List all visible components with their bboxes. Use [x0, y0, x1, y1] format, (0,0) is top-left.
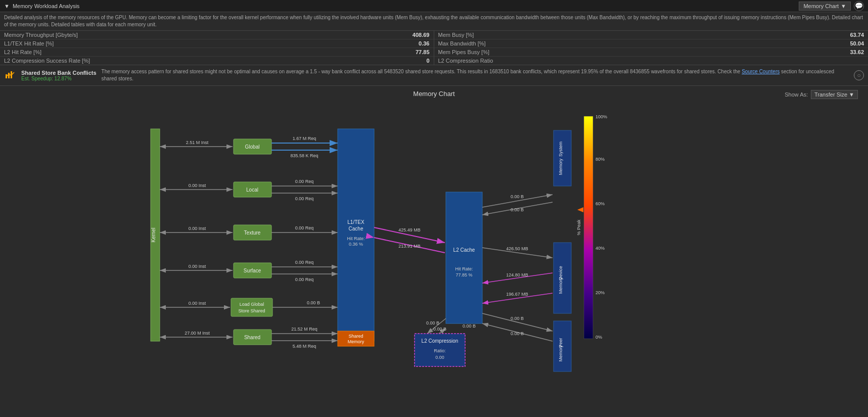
- svg-text:Memory: Memory: [348, 339, 364, 344]
- chart-title: Memory Chart: [0, 86, 868, 100]
- svg-text:0.00 B: 0.00 B: [426, 320, 439, 326]
- svg-text:0.00 B: 0.00 B: [307, 300, 320, 305]
- svg-text:0.00 Inst: 0.00 Inst: [189, 264, 206, 269]
- metric-label-throughput: Memory Throughput [Gbyte/s]: [4, 32, 78, 38]
- svg-text:0%: 0%: [596, 335, 602, 340]
- svg-text:1.67 M Req: 1.67 M Req: [293, 136, 316, 141]
- metric-row: Mem Busy [%] 63.74: [434, 31, 869, 39]
- svg-text:L2 Cache: L2 Cache: [453, 247, 475, 253]
- svg-text:80%: 80%: [596, 157, 605, 162]
- metric-label-maxbw: Max Bandwidth [%]: [438, 40, 486, 47]
- svg-text:0.00 Inst: 0.00 Inst: [189, 301, 206, 306]
- metric-value-mempipes: 33.62: [850, 49, 864, 55]
- svg-text:Local: Local: [246, 187, 258, 193]
- svg-text:426.50 MB: 426.50 MB: [506, 246, 528, 251]
- metric-row: Mem Pipes Busy [%] 33.62: [434, 48, 869, 57]
- svg-rect-101: [584, 116, 593, 339]
- alert-title: Shared Store Bank Conflicts: [21, 70, 97, 76]
- svg-text:0.00 Req: 0.00 Req: [295, 277, 314, 282]
- show-as-dropdown[interactable]: Transfer Size ▼: [811, 90, 858, 99]
- svg-text:20%: 20%: [596, 290, 605, 295]
- metric-label-l2compratio: L2 Compression Ratio: [438, 58, 493, 64]
- svg-text:835.58 K Req: 835.58 K Req: [290, 153, 318, 158]
- svg-text:0.00 Req: 0.00 Req: [295, 179, 314, 184]
- alert-title-block: Shared Store Bank Conflicts Est. Speedup…: [21, 70, 97, 81]
- svg-text:Surface: Surface: [244, 268, 261, 273]
- chat-icon[interactable]: 💬: [854, 1, 864, 11]
- svg-rect-1: [8, 73, 10, 78]
- svg-text:Store Shared: Store Shared: [238, 308, 265, 313]
- title-right: Memory Chart ▼ 💬: [799, 1, 864, 11]
- svg-text:0.00 Inst: 0.00 Inst: [189, 183, 206, 188]
- metric-value-l1hitrate: 0.36: [419, 40, 429, 47]
- show-as-arrow: ▼: [849, 91, 854, 98]
- svg-text:0.00 B: 0.00 B: [463, 323, 476, 329]
- app-title: Memory Workload Analysis: [13, 3, 79, 9]
- source-counters-link[interactable]: Source Counters: [742, 69, 780, 74]
- svg-text:77.85 %: 77.85 %: [455, 272, 472, 277]
- metrics-right: Mem Busy [%] 63.74 Max Bandwidth [%] 50.…: [434, 31, 869, 65]
- chart-dropdown-label: Memory Chart: [803, 3, 839, 9]
- svg-text:Ratio:: Ratio:: [434, 348, 446, 353]
- svg-text:Hit Rate:: Hit Rate:: [455, 266, 473, 271]
- svg-text:21.52 M Req: 21.52 M Req: [291, 327, 317, 332]
- chart-dropdown-arrow: ▼: [841, 3, 846, 9]
- svg-text:5.48 M Req: 5.48 M Req: [293, 344, 316, 349]
- dropdown-arrow-icon: ▼: [4, 3, 10, 9]
- svg-text:Cache: Cache: [349, 226, 363, 231]
- svg-text:0.36 %: 0.36 %: [349, 242, 363, 247]
- chart-type-dropdown[interactable]: Memory Chart ▼: [799, 2, 851, 11]
- svg-text:0.00 B: 0.00 B: [511, 207, 524, 212]
- metric-value-l2hitrate: 77.85: [416, 49, 430, 55]
- metric-value-l2comp: 0: [426, 58, 429, 64]
- svg-text:0.00 B: 0.00 B: [511, 316, 524, 321]
- metric-row: Max Bandwidth [%] 50.04: [434, 39, 869, 48]
- svg-text:0.00: 0.00: [435, 355, 444, 360]
- metric-value-maxbw: 50.04: [850, 40, 864, 47]
- svg-text:425.49 MB: 425.49 MB: [398, 227, 421, 233]
- metrics-section: Memory Throughput [Gbyte/s] 408.69 L1/TE…: [0, 31, 868, 65]
- svg-rect-68: [554, 130, 571, 186]
- chart-area: Memory Chart Show As: Transfer Size ▼: [0, 86, 868, 379]
- svg-text:213.91 MB: 213.91 MB: [398, 244, 421, 249]
- alert-close-button[interactable]: ○: [854, 70, 864, 80]
- svg-text:Hit Rate:: Hit Rate:: [347, 236, 364, 241]
- alert-chart-icon: [4, 69, 16, 81]
- svg-text:27.00 M Inst: 27.00 M Inst: [185, 331, 210, 336]
- svg-text:0.00 Req: 0.00 Req: [295, 225, 314, 230]
- svg-text:124.80 MB: 124.80 MB: [506, 272, 528, 277]
- svg-text:Shared: Shared: [348, 334, 363, 339]
- metric-label-mempipes: Mem Pipes Busy [%]: [438, 49, 489, 55]
- metric-value-throughput: 408.69: [413, 32, 430, 38]
- alert-speedup: Est. Speedup: 12.87%: [21, 76, 97, 81]
- svg-text:System: System: [558, 142, 563, 157]
- metric-row: L2 Compression Success Rate [%] 0: [0, 57, 434, 65]
- svg-text:100%: 100%: [596, 114, 607, 119]
- metric-value-membusy: 63.74: [850, 32, 864, 38]
- metrics-left: Memory Throughput [Gbyte/s] 408.69 L1/TE…: [0, 31, 434, 65]
- metric-row: Memory Throughput [Gbyte/s] 408.69: [0, 31, 434, 39]
- svg-text:Memory: Memory: [558, 158, 563, 175]
- show-as-label: Show As:: [785, 91, 808, 98]
- svg-text:Global: Global: [245, 144, 260, 150]
- svg-text:196.67 MB: 196.67 MB: [506, 292, 528, 297]
- svg-text:0.00 Req: 0.00 Req: [295, 196, 314, 201]
- svg-rect-60: [446, 192, 482, 323]
- svg-rect-52: [338, 129, 374, 341]
- svg-text:Shared: Shared: [244, 335, 260, 340]
- title-left: ▼ Memory Workload Analysis: [4, 3, 79, 9]
- metric-label-membusy: Mem Busy [%]: [438, 32, 474, 38]
- kernel-label: Kernel: [151, 228, 156, 243]
- svg-text:Memory: Memory: [558, 277, 563, 294]
- svg-rect-37: [231, 298, 272, 316]
- metric-label-l1hitrate: L1/TEX Hit Rate [%]: [4, 40, 54, 47]
- svg-text:0.00 Inst: 0.00 Inst: [189, 226, 206, 231]
- alert-section: Shared Store Bank Conflicts Est. Speedup…: [0, 65, 868, 86]
- svg-text:Texture: Texture: [244, 230, 261, 236]
- svg-text:Memory: Memory: [558, 345, 563, 361]
- svg-text:40%: 40%: [596, 246, 605, 251]
- svg-marker-109: [577, 207, 583, 212]
- svg-text:0.00 Req: 0.00 Req: [295, 260, 314, 265]
- svg-text:2.51 M Inst: 2.51 M Inst: [186, 140, 209, 145]
- metric-row: L2 Compression Ratio: [434, 57, 869, 65]
